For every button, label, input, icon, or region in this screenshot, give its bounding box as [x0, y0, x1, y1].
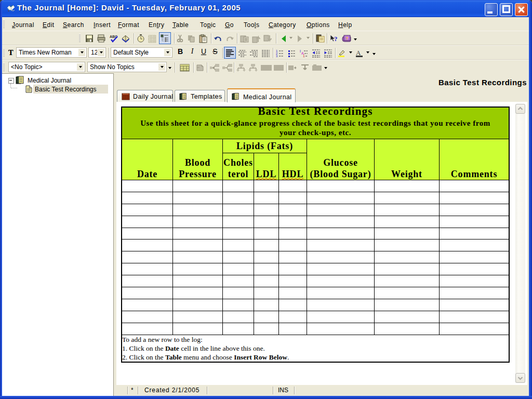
svg-text:I: I	[300, 49, 301, 53]
svg-text:?: ?	[345, 36, 349, 41]
svg-text:3: 3	[276, 55, 278, 58]
svg-text:1: 1	[303, 54, 305, 58]
svg-text:?: ?	[334, 35, 338, 43]
svg-text:A: A	[356, 49, 361, 57]
